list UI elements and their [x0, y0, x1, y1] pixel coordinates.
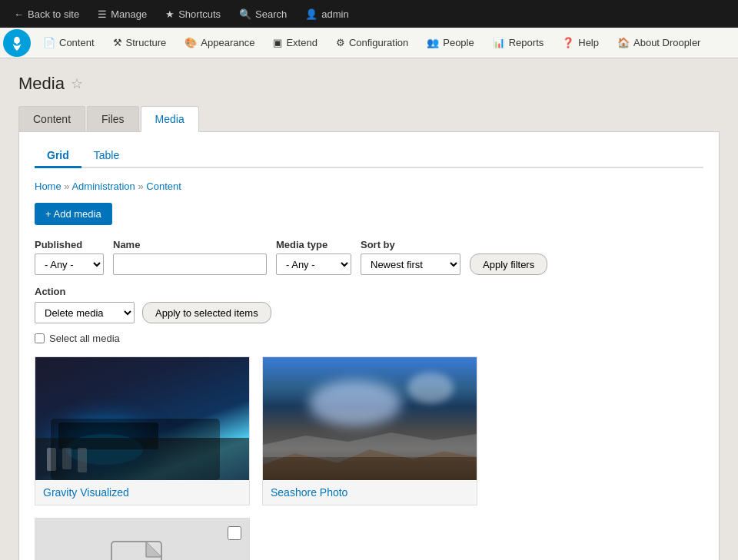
drupal-nav: 📄 Content ⚒ Structure 🎨 Appearance ▣ Ext…	[0, 28, 738, 58]
back-to-site-link[interactable]: ← Back to site	[6, 0, 87, 28]
breadcrumb: Home » Administration » Content	[35, 181, 703, 192]
media-type-filter-group: Media type - Any - Image Audio Video Doc…	[276, 239, 351, 275]
media-card-2: Seashore Photo	[262, 356, 477, 505]
nav-help-label: Help	[578, 37, 599, 48]
content-tabs: Content Files Media	[18, 106, 720, 132]
svg-point-1	[15, 43, 16, 45]
nav-extend[interactable]: ▣ Extend	[264, 28, 326, 58]
media-card-2-title: Seashore Photo	[263, 480, 477, 505]
tab-table[interactable]: Table	[81, 144, 131, 168]
filter-row: Published - Any - Yes No Name Media type…	[35, 239, 703, 275]
nav-appearance-label: Appearance	[201, 37, 254, 48]
nav-people-label: People	[443, 37, 474, 48]
star-icon: ★	[165, 8, 175, 20]
people-icon: 👥	[427, 37, 439, 48]
apply-selected-top-button[interactable]: Apply to selected items	[142, 302, 271, 323]
name-filter-group: Name	[113, 239, 267, 275]
structure-icon: ⚒	[113, 37, 122, 48]
media-type-label: Media type	[276, 239, 351, 250]
search-link[interactable]: 🔍 Search	[231, 0, 294, 28]
action-label: Action	[35, 286, 703, 297]
shortcuts-label: Shortcuts	[178, 8, 221, 20]
shortcuts-link[interactable]: ★ Shortcuts	[158, 0, 228, 28]
tab-grid[interactable]: Grid	[35, 144, 81, 168]
nav-appearance[interactable]: 🎨 Appearance	[175, 28, 264, 58]
view-tabs: Grid Table	[35, 144, 703, 168]
favorite-star-icon[interactable]: ☆	[71, 75, 83, 92]
admin-label: admin	[321, 8, 348, 20]
admin-user-link[interactable]: 👤 admin	[298, 0, 356, 28]
published-filter-group: Published - Any - Yes No	[35, 239, 104, 275]
nav-about-droopler[interactable]: 🏠 About Droopler	[608, 28, 710, 58]
sort-by-label: Sort by	[361, 239, 460, 250]
nav-configuration-label: Configuration	[349, 37, 408, 48]
action-row: Delete media Apply to selected items	[35, 302, 703, 323]
select-all-label: Select all media	[49, 333, 120, 344]
tab-content[interactable]: Content	[18, 106, 85, 131]
name-label: Name	[113, 239, 267, 250]
svg-point-2	[18, 43, 19, 45]
nav-content[interactable]: 📄 Content	[34, 28, 104, 58]
nav-extend-label: Extend	[286, 37, 317, 48]
reports-icon: 📊	[493, 37, 505, 48]
apply-filters-button[interactable]: Apply filters	[470, 253, 547, 275]
droopler-icon: 🏠	[617, 37, 630, 48]
nav-configuration[interactable]: ⚙ Configuration	[327, 28, 417, 58]
sort-by-filter-group: Sort by Newest first Oldest first Name A…	[361, 239, 460, 275]
config-icon: ⚙	[336, 37, 345, 48]
seashore-photo-link[interactable]: Seashore Photo	[271, 486, 347, 499]
back-to-site-label: Back to site	[28, 8, 79, 20]
manage-label: Manage	[111, 8, 147, 20]
hamburger-icon: ☰	[98, 8, 107, 20]
nav-people[interactable]: 👥 People	[417, 28, 483, 58]
nav-reports-label: Reports	[509, 37, 544, 48]
nav-structure-label: Structure	[126, 37, 167, 48]
name-input[interactable]	[113, 253, 267, 275]
help-icon: ❓	[562, 37, 574, 48]
content-icon: 📄	[43, 37, 55, 48]
arrow-left-icon: ←	[14, 8, 24, 20]
select-all-checkbox[interactable]	[35, 333, 45, 343]
admin-bar: ← Back to site ☰ Manage ★ Shortcuts 🔍 Se…	[0, 0, 738, 28]
sort-select[interactable]: Newest first Oldest first Name A-Z Name …	[361, 253, 460, 275]
appearance-icon: 🎨	[184, 37, 197, 48]
seashore-thumbnail	[263, 357, 477, 480]
select-all-row: Select all media	[35, 333, 703, 344]
published-label: Published	[35, 239, 104, 250]
extend-icon: ▣	[273, 37, 282, 48]
breadcrumb-administration[interactable]: Administration	[71, 181, 135, 192]
breadcrumb-content[interactable]: Content	[146, 181, 181, 192]
nav-content-label: Content	[59, 37, 95, 48]
media-card-1: Gravity Visualized	[35, 356, 250, 505]
audio-thumbnail	[35, 519, 249, 560]
gravity-visualized-thumbnail	[35, 357, 249, 480]
search-icon: 🔍	[239, 8, 251, 20]
gravity-visualized-link[interactable]: Gravity Visualized	[43, 486, 129, 499]
audio-file-icon	[108, 538, 177, 560]
media-type-select[interactable]: - Any - Image Audio Video Document	[276, 253, 351, 275]
page-inner: Grid Table Home » Administration » Conte…	[18, 132, 720, 560]
action-select[interactable]: Delete media	[35, 302, 135, 323]
main-content: Media ☆ Content Files Media Grid Table H…	[0, 58, 738, 560]
nav-reports[interactable]: 📊 Reports	[484, 28, 554, 58]
tab-files[interactable]: Files	[87, 106, 139, 131]
nav-structure[interactable]: ⚒ Structure	[104, 28, 176, 58]
media-card-3-checkbox[interactable]	[228, 526, 241, 540]
page-title: Media	[18, 74, 65, 94]
search-label: Search	[255, 8, 287, 20]
page-title-row: Media ☆	[18, 74, 720, 94]
nav-about-droopler-label: About Droopler	[633, 37, 700, 48]
media-card-3: Interesting song	[35, 518, 250, 560]
add-media-button[interactable]: + Add media	[35, 203, 112, 225]
nav-help[interactable]: ❓ Help	[553, 28, 608, 58]
tab-media[interactable]: Media	[141, 106, 199, 132]
media-card-1-title: Gravity Visualized	[35, 480, 249, 505]
breadcrumb-home[interactable]: Home	[35, 181, 62, 192]
user-icon: 👤	[305, 8, 317, 20]
published-select[interactable]: - Any - Yes No	[35, 253, 104, 275]
manage-link[interactable]: ☰ Manage	[90, 0, 155, 28]
drupal-logo[interactable]	[3, 29, 31, 57]
media-grid: Gravity Visualized Seashore Photo	[35, 356, 703, 560]
